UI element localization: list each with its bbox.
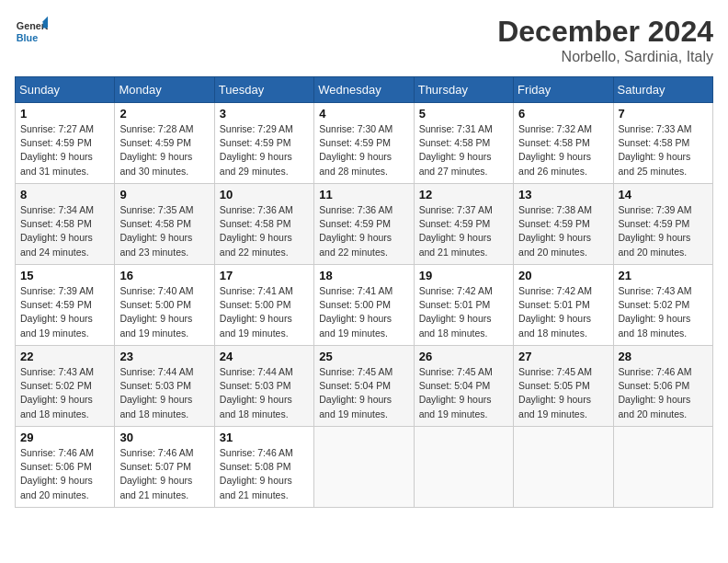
day-number: 9: [119, 188, 209, 201]
day-info: Sunrise: 7:46 AMSunset: 5:06 PMDaylight:…: [619, 365, 708, 421]
week-row-1: 8Sunrise: 7:34 AMSunset: 4:58 PMDaylight…: [16, 184, 713, 265]
day-number: 16: [119, 269, 209, 282]
calendar-cell: 22Sunrise: 7:43 AMSunset: 5:02 PMDayligh…: [16, 346, 115, 427]
logo-icon: General Blue: [15, 15, 48, 48]
day-info: Sunrise: 7:42 AMSunset: 5:01 PMDaylight:…: [419, 284, 508, 340]
day-info: Sunrise: 7:35 AMSunset: 4:58 PMDaylight:…: [119, 203, 209, 259]
day-info: Sunrise: 7:36 AMSunset: 4:59 PMDaylight:…: [319, 203, 408, 259]
day-number: 6: [518, 107, 608, 121]
svg-text:Blue: Blue: [17, 32, 38, 43]
weekday-header-monday: Monday: [115, 77, 214, 103]
day-number: 24: [220, 350, 309, 363]
calendar-cell: 3Sunrise: 7:29 AMSunset: 4:59 PMDaylight…: [214, 103, 313, 184]
calendar-cell: 7Sunrise: 7:33 AMSunset: 4:58 PMDaylight…: [613, 103, 712, 184]
day-number: 13: [518, 188, 608, 201]
header: General Blue December 2024 Norbello, Sar…: [15, 15, 713, 65]
day-number: 15: [20, 269, 109, 282]
day-info: Sunrise: 7:42 AMSunset: 5:01 PMDaylight:…: [518, 284, 608, 340]
week-row-0: 1Sunrise: 7:27 AMSunset: 4:59 PMDaylight…: [16, 103, 713, 184]
day-info: Sunrise: 7:27 AMSunset: 4:59 PMDaylight:…: [20, 122, 109, 178]
weekday-header-row: SundayMondayTuesdayWednesdayThursdayFrid…: [16, 77, 713, 103]
weekday-header-thursday: Thursday: [414, 77, 513, 103]
calendar-cell: 11Sunrise: 7:36 AMSunset: 4:59 PMDayligh…: [314, 184, 414, 265]
calendar-cell: 30Sunrise: 7:46 AMSunset: 5:07 PMDayligh…: [115, 427, 214, 508]
weekday-header-sunday: Sunday: [16, 77, 115, 103]
day-number: 21: [619, 269, 708, 282]
day-number: 29: [20, 431, 109, 444]
day-info: Sunrise: 7:32 AMSunset: 4:58 PMDaylight:…: [518, 122, 608, 178]
calendar-cell: 26Sunrise: 7:45 AMSunset: 5:04 PMDayligh…: [414, 346, 513, 427]
day-number: 17: [220, 269, 309, 282]
calendar-cell: 6Sunrise: 7:32 AMSunset: 4:58 PMDaylight…: [514, 103, 613, 184]
day-number: 8: [20, 188, 109, 201]
day-number: 5: [419, 107, 508, 121]
day-number: 14: [619, 188, 708, 201]
day-number: 4: [319, 107, 408, 121]
day-number: 28: [619, 350, 708, 363]
day-info: Sunrise: 7:29 AMSunset: 4:59 PMDaylight:…: [220, 122, 309, 178]
day-info: Sunrise: 7:41 AMSunset: 5:00 PMDaylight:…: [220, 284, 309, 340]
calendar-cell: 31Sunrise: 7:46 AMSunset: 5:08 PMDayligh…: [214, 427, 313, 508]
day-info: Sunrise: 7:46 AMSunset: 5:08 PMDaylight:…: [220, 446, 309, 502]
calendar-cell: 28Sunrise: 7:46 AMSunset: 5:06 PMDayligh…: [613, 346, 712, 427]
day-info: Sunrise: 7:44 AMSunset: 5:03 PMDaylight:…: [220, 365, 309, 421]
day-number: 12: [419, 188, 508, 201]
weekday-header-wednesday: Wednesday: [314, 77, 414, 103]
day-number: 30: [119, 431, 209, 444]
calendar-cell: 1Sunrise: 7:27 AMSunset: 4:59 PMDaylight…: [16, 103, 115, 184]
day-info: Sunrise: 7:39 AMSunset: 4:59 PMDaylight:…: [619, 203, 708, 259]
day-info: Sunrise: 7:28 AMSunset: 4:59 PMDaylight:…: [119, 122, 209, 178]
calendar-cell: 5Sunrise: 7:31 AMSunset: 4:58 PMDaylight…: [414, 103, 513, 184]
day-number: 19: [419, 269, 508, 282]
calendar-cell: 25Sunrise: 7:45 AMSunset: 5:04 PMDayligh…: [314, 346, 414, 427]
day-info: Sunrise: 7:37 AMSunset: 4:59 PMDaylight:…: [419, 203, 508, 259]
week-row-2: 15Sunrise: 7:39 AMSunset: 4:59 PMDayligh…: [16, 265, 713, 346]
day-number: 2: [119, 107, 209, 121]
day-number: 26: [419, 350, 508, 363]
calendar-cell: 29Sunrise: 7:46 AMSunset: 5:06 PMDayligh…: [16, 427, 115, 508]
day-info: Sunrise: 7:45 AMSunset: 5:04 PMDaylight:…: [419, 365, 508, 421]
day-number: 3: [220, 107, 309, 121]
day-number: 7: [619, 107, 708, 121]
day-info: Sunrise: 7:36 AMSunset: 4:58 PMDaylight:…: [220, 203, 309, 259]
day-number: 22: [20, 350, 109, 363]
day-number: 31: [220, 431, 309, 444]
calendar-table: SundayMondayTuesdayWednesdayThursdayFrid…: [15, 76, 713, 508]
day-number: 11: [319, 188, 408, 201]
title-area: December 2024 Norbello, Sardinia, Italy: [497, 15, 713, 65]
calendar-cell: [314, 427, 414, 508]
day-number: 1: [20, 107, 109, 121]
day-number: 25: [319, 350, 408, 363]
day-info: Sunrise: 7:31 AMSunset: 4:58 PMDaylight:…: [419, 122, 508, 178]
svg-marker-2: [43, 17, 48, 29]
day-info: Sunrise: 7:44 AMSunset: 5:03 PMDaylight:…: [119, 365, 209, 421]
calendar-cell: 12Sunrise: 7:37 AMSunset: 4:59 PMDayligh…: [414, 184, 513, 265]
calendar-cell: 9Sunrise: 7:35 AMSunset: 4:58 PMDaylight…: [115, 184, 214, 265]
calendar-cell: 24Sunrise: 7:44 AMSunset: 5:03 PMDayligh…: [214, 346, 313, 427]
calendar-cell: 16Sunrise: 7:40 AMSunset: 5:00 PMDayligh…: [115, 265, 214, 346]
day-info: Sunrise: 7:45 AMSunset: 5:04 PMDaylight:…: [319, 365, 408, 421]
day-info: Sunrise: 7:33 AMSunset: 4:58 PMDaylight:…: [619, 122, 708, 178]
calendar-cell: 18Sunrise: 7:41 AMSunset: 5:00 PMDayligh…: [314, 265, 414, 346]
day-info: Sunrise: 7:45 AMSunset: 5:05 PMDaylight:…: [518, 365, 608, 421]
calendar-cell: 27Sunrise: 7:45 AMSunset: 5:05 PMDayligh…: [514, 346, 613, 427]
month-title: December 2024: [497, 15, 713, 49]
week-row-3: 22Sunrise: 7:43 AMSunset: 5:02 PMDayligh…: [16, 346, 713, 427]
day-info: Sunrise: 7:43 AMSunset: 5:02 PMDaylight:…: [619, 284, 708, 340]
location-title: Norbello, Sardinia, Italy: [497, 49, 713, 65]
day-number: 27: [518, 350, 608, 363]
day-info: Sunrise: 7:34 AMSunset: 4:58 PMDaylight:…: [20, 203, 109, 259]
weekday-header-saturday: Saturday: [613, 77, 712, 103]
calendar-cell: 19Sunrise: 7:42 AMSunset: 5:01 PMDayligh…: [414, 265, 513, 346]
day-info: Sunrise: 7:40 AMSunset: 5:00 PMDaylight:…: [119, 284, 209, 340]
calendar-cell: 20Sunrise: 7:42 AMSunset: 5:01 PMDayligh…: [514, 265, 613, 346]
week-row-4: 29Sunrise: 7:46 AMSunset: 5:06 PMDayligh…: [16, 427, 713, 508]
day-number: 18: [319, 269, 408, 282]
day-number: 20: [518, 269, 608, 282]
day-number: 10: [220, 188, 309, 201]
calendar-cell: 23Sunrise: 7:44 AMSunset: 5:03 PMDayligh…: [115, 346, 214, 427]
day-info: Sunrise: 7:43 AMSunset: 5:02 PMDaylight:…: [20, 365, 109, 421]
calendar-cell: 10Sunrise: 7:36 AMSunset: 4:58 PMDayligh…: [214, 184, 313, 265]
calendar-cell: [613, 427, 712, 508]
day-info: Sunrise: 7:46 AMSunset: 5:07 PMDaylight:…: [119, 446, 209, 502]
